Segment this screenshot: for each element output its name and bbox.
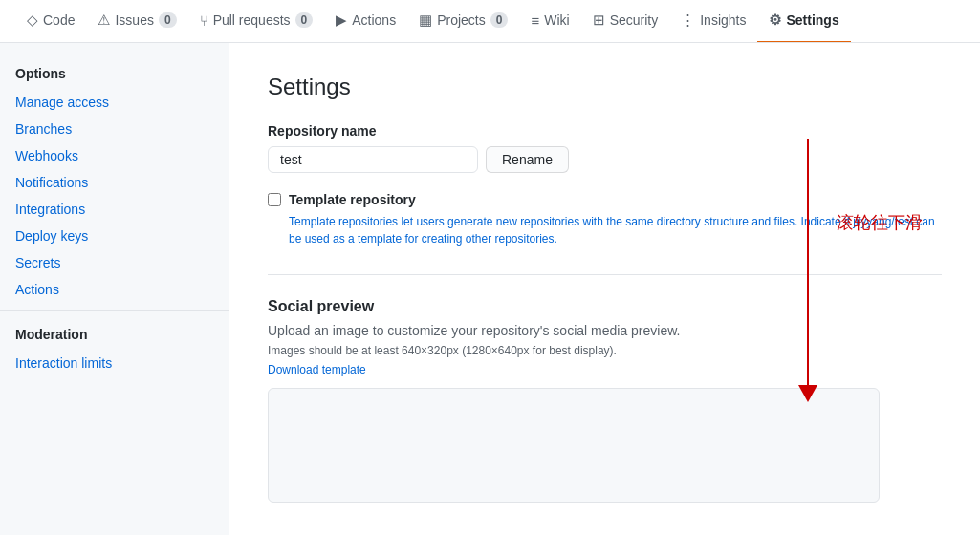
nav-wiki[interactable]: ≡ Wiki <box>519 0 580 43</box>
nav-projects[interactable]: ▦ Projects 0 <box>407 0 519 43</box>
social-hint: Images should be at least 640×320px (128… <box>268 344 942 357</box>
nav-security-label: Security <box>610 12 659 28</box>
top-navigation: ◇ Code ⚠ Issues 0 ⑂ Pull requests 0 ▶ Ac… <box>0 0 980 43</box>
repo-name-row: Rename <box>268 146 942 173</box>
template-checkbox[interactable] <box>268 193 281 206</box>
sidebar: Options Manage access Branches Webhooks … <box>0 43 229 535</box>
nav-pull-requests-label: Pull requests <box>213 12 291 28</box>
nav-settings-label: Settings <box>786 12 838 28</box>
pull-requests-badge: 0 <box>295 12 314 28</box>
sidebar-options-title: Options <box>0 58 229 89</box>
page-title: Settings <box>268 74 942 100</box>
nav-code[interactable]: ◇ Code <box>15 0 86 43</box>
actions-icon: ▶ <box>336 11 347 29</box>
social-description: Upload an image to customize your reposi… <box>268 323 942 338</box>
template-description: Template repositories let users generate… <box>289 213 942 247</box>
issues-icon: ⚠ <box>98 11 110 29</box>
projects-badge: 0 <box>490 12 509 28</box>
sidebar-item-actions[interactable]: Actions <box>0 276 229 303</box>
rename-button[interactable]: Rename <box>486 146 569 173</box>
sidebar-item-integrations[interactable]: Integrations <box>0 196 229 223</box>
repo-name-input[interactable] <box>268 146 478 173</box>
nav-actions[interactable]: ▶ Actions <box>324 0 407 43</box>
sidebar-item-notifications[interactable]: Notifications <box>0 169 229 196</box>
template-label: Template repository <box>289 192 416 207</box>
sidebar-moderation-title: Moderation <box>0 319 229 350</box>
template-section: Template repository Template repositorie… <box>268 192 942 247</box>
nav-issues[interactable]: ⚠ Issues 0 <box>86 0 187 43</box>
nav-code-label: Code <box>43 12 75 28</box>
nav-pull-requests[interactable]: ⑂ Pull requests 0 <box>188 0 325 43</box>
nav-projects-label: Projects <box>437 12 486 28</box>
wiki-icon: ≡ <box>531 12 539 29</box>
projects-icon: ▦ <box>419 11 432 29</box>
nav-issues-label: Issues <box>115 12 153 28</box>
content-wrap: Options Manage access Branches Webhooks … <box>0 43 980 535</box>
repo-name-label: Repository name <box>268 123 942 139</box>
sidebar-item-manage-access[interactable]: Manage access <box>0 89 229 116</box>
download-template-link[interactable]: Download template <box>268 363 366 376</box>
nav-security[interactable]: ⊞ Security <box>581 0 670 43</box>
nav-wiki-label: Wiki <box>544 12 569 28</box>
social-preview-section: Social preview Upload an image to custom… <box>268 298 942 503</box>
code-icon: ◇ <box>27 11 38 29</box>
security-icon: ⊞ <box>593 11 605 29</box>
insights-icon: ⋮ <box>681 11 695 29</box>
nav-insights[interactable]: ⋮ Insights <box>669 0 757 43</box>
section-divider <box>268 274 942 275</box>
pull-requests-icon: ⑂ <box>200 12 208 29</box>
nav-actions-label: Actions <box>352 12 396 28</box>
nav-insights-label: Insights <box>700 12 746 28</box>
sidebar-item-secrets[interactable]: Secrets <box>0 249 229 276</box>
sidebar-item-branches[interactable]: Branches <box>0 116 229 142</box>
sidebar-item-webhooks[interactable]: Webhooks <box>0 142 229 169</box>
image-upload-box[interactable] <box>268 388 880 503</box>
nav-settings[interactable]: ⚙ Settings <box>757 0 850 43</box>
settings-icon: ⚙ <box>769 11 781 29</box>
sidebar-divider <box>0 310 229 311</box>
issues-badge: 0 <box>159 12 177 28</box>
social-preview-title: Social preview <box>268 298 942 315</box>
sidebar-item-interaction-limits[interactable]: Interaction limits <box>0 350 229 376</box>
sidebar-item-deploy-keys[interactable]: Deploy keys <box>0 223 229 249</box>
main-content: Settings Repository name Rename Template… <box>229 43 980 535</box>
template-checkbox-row: Template repository <box>268 192 942 207</box>
